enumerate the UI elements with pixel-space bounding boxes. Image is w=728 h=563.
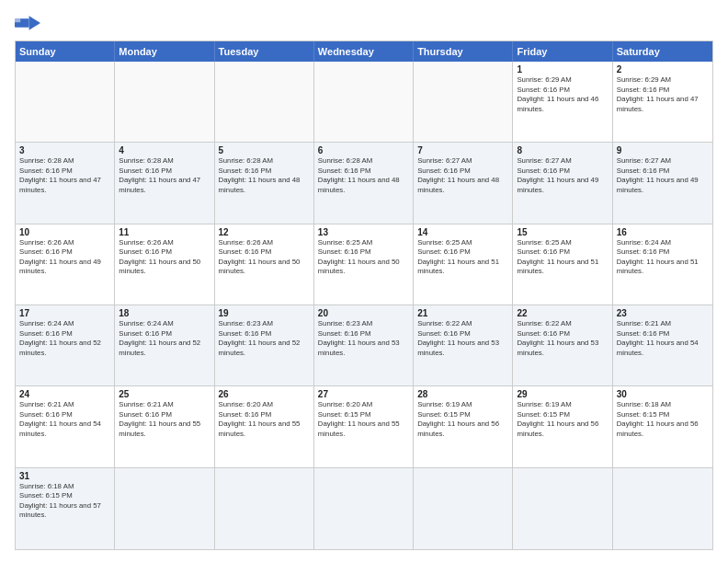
cell-info-text: Sunrise: 6:29 AM Sunset: 6:16 PM Dayligh… <box>517 75 608 114</box>
cell-empty <box>513 468 612 549</box>
cell-24: 24Sunrise: 6:21 AM Sunset: 6:16 PM Dayli… <box>16 386 115 467</box>
cell-29: 29Sunrise: 6:19 AM Sunset: 6:15 PM Dayli… <box>513 386 612 467</box>
day-header-saturday: Saturday <box>613 41 712 62</box>
cell-info-text: Sunrise: 6:28 AM Sunset: 6:16 PM Dayligh… <box>19 156 110 195</box>
cell-info-text: Sunrise: 6:24 AM Sunset: 6:16 PM Dayligh… <box>119 319 210 358</box>
cell-date-num: 4 <box>119 145 210 155</box>
cell-info-text: Sunrise: 6:28 AM Sunset: 6:16 PM Dayligh… <box>119 156 210 195</box>
cell-7: 7Sunrise: 6:27 AM Sunset: 6:16 PM Daylig… <box>414 143 513 224</box>
day-header-monday: Monday <box>115 41 214 62</box>
cell-info-text: Sunrise: 6:18 AM Sunset: 6:15 PM Dayligh… <box>617 400 709 439</box>
cell-27: 27Sunrise: 6:20 AM Sunset: 6:15 PM Dayli… <box>314 386 414 467</box>
svg-rect-2 <box>15 18 20 22</box>
cell-date-num: 13 <box>318 227 409 237</box>
cell-14: 14Sunrise: 6:25 AM Sunset: 6:16 PM Dayli… <box>414 224 513 305</box>
cell-date-num: 8 <box>517 145 608 155</box>
general-blue-icon <box>15 13 40 33</box>
header <box>15 13 713 33</box>
cell-info-text: Sunrise: 6:25 AM Sunset: 6:16 PM Dayligh… <box>417 238 508 277</box>
cell-empty <box>314 468 414 549</box>
cell-6: 6Sunrise: 6:28 AM Sunset: 6:16 PM Daylig… <box>314 143 414 224</box>
cell-13: 13Sunrise: 6:25 AM Sunset: 6:16 PM Dayli… <box>314 224 414 305</box>
cell-empty <box>414 468 513 549</box>
cell-empty <box>215 468 314 549</box>
cell-date-num: 28 <box>417 389 508 399</box>
cell-date-num: 25 <box>119 389 210 399</box>
cell-info-text: Sunrise: 6:23 AM Sunset: 6:16 PM Dayligh… <box>219 319 310 358</box>
cell-date-num: 16 <box>617 227 709 237</box>
cell-9: 9Sunrise: 6:27 AM Sunset: 6:16 PM Daylig… <box>613 143 712 224</box>
cell-date-num: 6 <box>318 145 409 155</box>
cell-date-num: 7 <box>417 145 508 155</box>
cell-date-num: 1 <box>517 64 608 75</box>
cell-date-num: 22 <box>517 308 608 318</box>
cell-date-num: 5 <box>219 145 310 155</box>
cell-info-text: Sunrise: 6:24 AM Sunset: 6:16 PM Dayligh… <box>19 319 110 358</box>
cell-info-text: Sunrise: 6:18 AM Sunset: 6:15 PM Dayligh… <box>19 482 110 521</box>
cell-12: 12Sunrise: 6:26 AM Sunset: 6:16 PM Dayli… <box>215 224 314 305</box>
cell-21: 21Sunrise: 6:22 AM Sunset: 6:16 PM Dayli… <box>414 305 513 386</box>
cell-info-text: Sunrise: 6:29 AM Sunset: 6:16 PM Dayligh… <box>617 75 709 114</box>
logo <box>15 13 44 33</box>
cell-info-text: Sunrise: 6:28 AM Sunset: 6:16 PM Dayligh… <box>318 156 409 195</box>
cell-date-num: 31 <box>19 471 110 481</box>
cell-8: 8Sunrise: 6:27 AM Sunset: 6:16 PM Daylig… <box>513 143 612 224</box>
cell-31: 31Sunrise: 6:18 AM Sunset: 6:15 PM Dayli… <box>16 468 115 549</box>
cell-28: 28Sunrise: 6:19 AM Sunset: 6:15 PM Dayli… <box>414 386 513 467</box>
cell-5: 5Sunrise: 6:28 AM Sunset: 6:16 PM Daylig… <box>215 143 314 224</box>
calendar: SundayMondayTuesdayWednesdayThursdayFrid… <box>15 40 713 550</box>
cell-empty <box>314 62 414 143</box>
page: SundayMondayTuesdayWednesdayThursdayFrid… <box>0 0 728 563</box>
cell-4: 4Sunrise: 6:28 AM Sunset: 6:16 PM Daylig… <box>115 143 214 224</box>
cell-10: 10Sunrise: 6:26 AM Sunset: 6:16 PM Dayli… <box>16 224 115 305</box>
day-header-tuesday: Tuesday <box>215 41 314 62</box>
cell-info-text: Sunrise: 6:23 AM Sunset: 6:16 PM Dayligh… <box>318 319 409 358</box>
cell-date-num: 30 <box>617 389 709 399</box>
day-headers: SundayMondayTuesdayWednesdayThursdayFrid… <box>16 41 712 62</box>
cell-info-text: Sunrise: 6:27 AM Sunset: 6:16 PM Dayligh… <box>417 156 508 195</box>
cell-empty <box>414 62 513 143</box>
cell-date-num: 14 <box>417 227 508 237</box>
cell-empty <box>16 62 115 143</box>
cell-date-num: 18 <box>119 308 210 318</box>
cell-1: 1Sunrise: 6:29 AM Sunset: 6:16 PM Daylig… <box>513 62 612 143</box>
cell-info-text: Sunrise: 6:25 AM Sunset: 6:16 PM Dayligh… <box>318 238 409 277</box>
cell-empty <box>215 62 314 143</box>
cell-date-num: 3 <box>19 145 110 155</box>
cell-date-num: 24 <box>19 389 110 399</box>
cell-30: 30Sunrise: 6:18 AM Sunset: 6:15 PM Dayli… <box>613 386 712 467</box>
cell-info-text: Sunrise: 6:27 AM Sunset: 6:16 PM Dayligh… <box>617 156 709 195</box>
day-header-sunday: Sunday <box>16 41 115 62</box>
cell-22: 22Sunrise: 6:22 AM Sunset: 6:16 PM Dayli… <box>513 305 612 386</box>
calendar-grid: 1Sunrise: 6:29 AM Sunset: 6:16 PM Daylig… <box>16 62 712 549</box>
cell-info-text: Sunrise: 6:21 AM Sunset: 6:16 PM Dayligh… <box>19 400 110 439</box>
cell-info-text: Sunrise: 6:19 AM Sunset: 6:15 PM Dayligh… <box>517 400 608 439</box>
cell-17: 17Sunrise: 6:24 AM Sunset: 6:16 PM Dayli… <box>16 305 115 386</box>
cell-date-num: 21 <box>417 308 508 318</box>
cell-info-text: Sunrise: 6:21 AM Sunset: 6:16 PM Dayligh… <box>119 400 210 439</box>
cell-info-text: Sunrise: 6:24 AM Sunset: 6:16 PM Dayligh… <box>617 238 709 277</box>
cell-info-text: Sunrise: 6:26 AM Sunset: 6:16 PM Dayligh… <box>219 238 310 277</box>
cell-26: 26Sunrise: 6:20 AM Sunset: 6:16 PM Dayli… <box>215 386 314 467</box>
cell-date-num: 2 <box>617 64 709 75</box>
cell-empty <box>613 468 712 549</box>
cell-empty <box>115 468 214 549</box>
cell-empty <box>115 62 214 143</box>
cell-info-text: Sunrise: 6:21 AM Sunset: 6:16 PM Dayligh… <box>617 319 709 358</box>
cell-info-text: Sunrise: 6:28 AM Sunset: 6:16 PM Dayligh… <box>219 156 310 195</box>
day-header-thursday: Thursday <box>414 41 513 62</box>
cell-date-num: 15 <box>517 227 608 237</box>
cell-11: 11Sunrise: 6:26 AM Sunset: 6:16 PM Dayli… <box>115 224 214 305</box>
cell-23: 23Sunrise: 6:21 AM Sunset: 6:16 PM Dayli… <box>613 305 712 386</box>
cell-2: 2Sunrise: 6:29 AM Sunset: 6:16 PM Daylig… <box>613 62 712 143</box>
cell-info-text: Sunrise: 6:22 AM Sunset: 6:16 PM Dayligh… <box>417 319 508 358</box>
cell-date-num: 17 <box>19 308 110 318</box>
cell-date-num: 19 <box>219 308 310 318</box>
cell-date-num: 12 <box>219 227 310 237</box>
cell-date-num: 27 <box>318 389 409 399</box>
cell-25: 25Sunrise: 6:21 AM Sunset: 6:16 PM Dayli… <box>115 386 214 467</box>
cell-date-num: 10 <box>19 227 110 237</box>
cell-20: 20Sunrise: 6:23 AM Sunset: 6:16 PM Dayli… <box>314 305 414 386</box>
cell-16: 16Sunrise: 6:24 AM Sunset: 6:16 PM Dayli… <box>613 224 712 305</box>
cell-info-text: Sunrise: 6:19 AM Sunset: 6:15 PM Dayligh… <box>417 400 508 439</box>
